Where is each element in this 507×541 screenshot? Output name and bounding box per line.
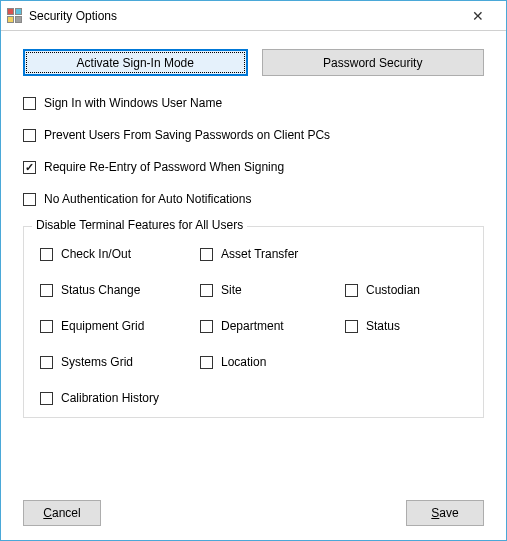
cancel-button[interactable]: Cancel <box>23 500 101 526</box>
activate-signin-mode-label: Activate Sign-In Mode <box>77 56 194 70</box>
activate-signin-mode-button[interactable]: Activate Sign-In Mode <box>23 49 248 76</box>
check-in-out-label: Check In/Out <box>61 247 131 261</box>
signin-windows-label: Sign In with Windows User Name <box>44 96 222 110</box>
require-reentry-checkbox[interactable] <box>23 161 36 174</box>
close-button[interactable]: ✕ <box>458 2 498 30</box>
equipment-grid-option[interactable]: Equipment Grid <box>40 319 200 333</box>
calibration-history-label: Calibration History <box>61 391 159 405</box>
password-security-label: Password Security <box>323 56 422 70</box>
require-reentry-option[interactable]: Require Re-Entry of Password When Signin… <box>23 160 484 174</box>
no-auth-auto-checkbox[interactable] <box>23 193 36 206</box>
location-label: Location <box>221 355 266 369</box>
no-auth-auto-label: No Authentication for Auto Notifications <box>44 192 251 206</box>
custodian-option[interactable]: Custodian <box>345 283 465 297</box>
mode-buttons: Activate Sign-In Mode Password Security <box>23 49 484 76</box>
department-label: Department <box>221 319 284 333</box>
department-option[interactable]: Department <box>200 319 345 333</box>
check-in-out-option[interactable]: Check In/Out <box>40 247 200 261</box>
client-area: Activate Sign-In Mode Password Security … <box>1 31 506 540</box>
site-checkbox[interactable] <box>200 284 213 297</box>
asset-transfer-checkbox[interactable] <box>200 248 213 261</box>
disable-terminal-features-group: Disable Terminal Features for All Users … <box>23 226 484 418</box>
titlebar: Security Options ✕ <box>1 1 506 31</box>
signin-windows-option[interactable]: Sign In with Windows User Name <box>23 96 484 110</box>
disable-group-legend: Disable Terminal Features for All Users <box>32 218 247 232</box>
custodian-label: Custodian <box>366 283 420 297</box>
site-option[interactable]: Site <box>200 283 345 297</box>
signin-windows-checkbox[interactable] <box>23 97 36 110</box>
save-button-label: Save <box>431 506 458 520</box>
status-option[interactable]: Status <box>345 319 465 333</box>
security-options-window: Security Options ✕ Activate Sign-In Mode… <box>0 0 507 541</box>
dialog-footer: Cancel Save <box>23 482 484 526</box>
status-change-option[interactable]: Status Change <box>40 283 200 297</box>
location-option[interactable]: Location <box>200 355 345 369</box>
close-icon: ✕ <box>472 8 484 24</box>
prevent-save-label: Prevent Users From Saving Passwords on C… <box>44 128 330 142</box>
check-in-out-checkbox[interactable] <box>40 248 53 261</box>
window-title: Security Options <box>29 9 117 23</box>
status-change-checkbox[interactable] <box>40 284 53 297</box>
systems-grid-checkbox[interactable] <box>40 356 53 369</box>
equipment-grid-checkbox[interactable] <box>40 320 53 333</box>
calibration-history-option[interactable]: Calibration History <box>40 391 200 405</box>
status-label: Status <box>366 319 400 333</box>
require-reentry-label: Require Re-Entry of Password When Signin… <box>44 160 284 174</box>
prevent-save-option[interactable]: Prevent Users From Saving Passwords on C… <box>23 128 484 142</box>
prevent-save-checkbox[interactable] <box>23 129 36 142</box>
disable-features-grid: Check In/Out Asset Transfer Status Chang… <box>40 247 467 405</box>
calibration-history-checkbox[interactable] <box>40 392 53 405</box>
app-icon <box>7 8 23 24</box>
cancel-button-label: Cancel <box>43 506 80 520</box>
status-checkbox[interactable] <box>345 320 358 333</box>
save-button[interactable]: Save <box>406 500 484 526</box>
systems-grid-label: Systems Grid <box>61 355 133 369</box>
password-security-button[interactable]: Password Security <box>262 49 485 76</box>
location-checkbox[interactable] <box>200 356 213 369</box>
department-checkbox[interactable] <box>200 320 213 333</box>
equipment-grid-label: Equipment Grid <box>61 319 144 333</box>
site-label: Site <box>221 283 242 297</box>
status-change-label: Status Change <box>61 283 140 297</box>
no-auth-auto-option[interactable]: No Authentication for Auto Notifications <box>23 192 484 206</box>
systems-grid-option[interactable]: Systems Grid <box>40 355 200 369</box>
asset-transfer-label: Asset Transfer <box>221 247 298 261</box>
asset-transfer-option[interactable]: Asset Transfer <box>200 247 345 261</box>
custodian-checkbox[interactable] <box>345 284 358 297</box>
